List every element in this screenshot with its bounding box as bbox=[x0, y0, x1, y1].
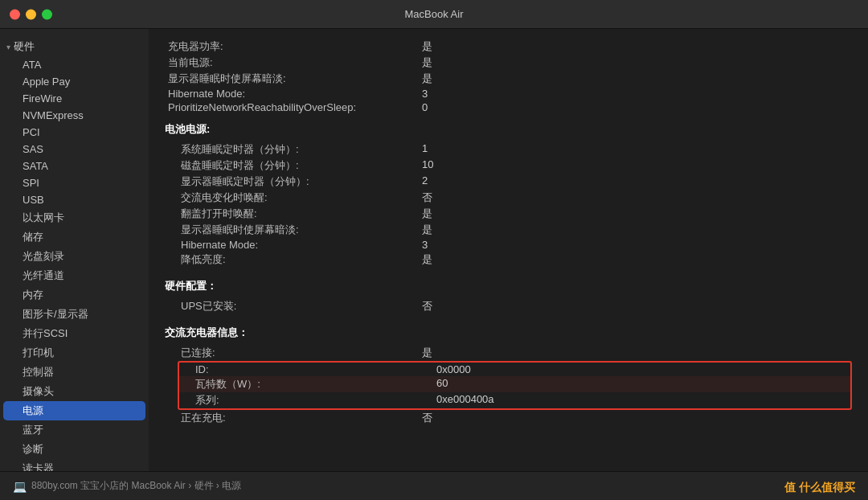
top-info-table: 充电器功率:是当前电源:是显示器睡眠时使屏幕暗淡:是Hibernate Mode… bbox=[165, 39, 852, 114]
sidebar-item-光纤通道[interactable]: 光纤通道 bbox=[3, 266, 145, 285]
sidebar-item-并行SCSI[interactable]: 并行SCSI bbox=[3, 324, 145, 343]
row-label: Hibernate Mode: bbox=[165, 239, 422, 251]
sidebar-item-USB[interactable]: USB bbox=[3, 191, 145, 208]
sidebar-item-诊断[interactable]: 诊断 bbox=[3, 440, 145, 459]
row-label: 已连接: bbox=[165, 346, 422, 360]
row-label: 降低亮度: bbox=[165, 252, 422, 267]
sidebar-item-电源[interactable]: 电源 bbox=[3, 401, 145, 420]
row-label: 显示器睡眠时使屏幕暗淡: bbox=[165, 223, 422, 237]
row-value: 3 bbox=[422, 88, 428, 100]
sidebar-item-控制器[interactable]: 控制器 bbox=[3, 363, 145, 382]
info-row: 瓦特数（W）:60 bbox=[179, 376, 850, 392]
sidebar-item-SATA[interactable]: SATA bbox=[3, 158, 145, 174]
sidebar: ▾ 硬件 ATAApple PayFireWireNVMExpressPCISA… bbox=[0, 29, 149, 471]
minimize-button[interactable] bbox=[26, 9, 36, 19]
row-value: 2 bbox=[422, 174, 428, 189]
sidebar-item-蓝牙[interactable]: 蓝牙 bbox=[3, 420, 145, 440]
sidebar-item-PCI[interactable]: PCI bbox=[3, 124, 145, 141]
sidebar-item-SAS[interactable]: SAS bbox=[3, 141, 145, 158]
row-value: 否 bbox=[422, 411, 432, 425]
row-value: 60 bbox=[436, 377, 448, 391]
row-value: 是 bbox=[422, 39, 432, 54]
close-button[interactable] bbox=[10, 9, 20, 19]
sidebar-item-NVMExpress[interactable]: NVMExpress bbox=[3, 107, 145, 124]
info-row: UPS已安装:否 bbox=[165, 298, 852, 314]
info-row: Hibernate Mode:3 bbox=[165, 87, 852, 100]
row-value: 是 bbox=[422, 207, 432, 221]
titlebar: MacBook Air bbox=[0, 0, 868, 29]
info-row: 交流电变化时唤醒:否 bbox=[165, 190, 852, 206]
sidebar-item-内存[interactable]: 内存 bbox=[3, 285, 145, 305]
info-row: 充电器功率:是 bbox=[165, 39, 852, 55]
highlighted-box: ID:0x0000瓦特数（W）:60系列:0xe000400a bbox=[178, 361, 852, 410]
row-label: 显示器睡眠定时器（分钟）: bbox=[165, 174, 422, 189]
info-row: 显示器睡眠时使屏幕暗淡:是 bbox=[165, 71, 852, 87]
watermark: 值 什么值得买 bbox=[784, 481, 855, 495]
hw-config-table: UPS已安装:否 bbox=[165, 298, 852, 314]
main-layout: ▾ 硬件 ATAApple PayFireWireNVMExpressPCISA… bbox=[0, 29, 868, 471]
sidebar-item-光盘刻录[interactable]: 光盘刻录 bbox=[3, 247, 145, 266]
row-value: 0xe000400a bbox=[436, 393, 494, 408]
row-value: 1 bbox=[422, 142, 428, 157]
sidebar-item-摄像头[interactable]: 摄像头 bbox=[3, 382, 145, 401]
info-row: ID:0x0000 bbox=[179, 363, 850, 376]
chevron-down-icon: ▾ bbox=[6, 43, 10, 51]
hardware-section: ▾ 硬件 ATAApple PayFireWireNVMExpressPCISA… bbox=[0, 35, 149, 471]
row-value: 是 bbox=[422, 252, 432, 267]
row-value: 是 bbox=[422, 55, 432, 70]
hardware-group-header[interactable]: ▾ 硬件 bbox=[0, 37, 149, 56]
row-value: 0 bbox=[422, 101, 428, 113]
info-row: 当前电源:是 bbox=[165, 55, 852, 71]
row-label: 正在充电: bbox=[165, 411, 422, 425]
row-value: 是 bbox=[422, 346, 432, 360]
row-label: ID: bbox=[179, 363, 436, 375]
battery-section-header: 电池电源: bbox=[165, 122, 852, 137]
info-row: 系列:0xe000400a bbox=[179, 392, 850, 408]
row-value: 10 bbox=[422, 158, 433, 173]
row-value: 是 bbox=[422, 223, 432, 237]
breadcrumb-text: 880by.com 宝宝小店的 MacBook Air › 硬件 › 电源 bbox=[31, 479, 241, 493]
info-row: PrioritizeNetworkReachabilityOverSleep:0 bbox=[165, 100, 852, 114]
row-value: 否 bbox=[422, 299, 432, 314]
sidebar-item-打印机[interactable]: 打印机 bbox=[3, 343, 145, 363]
row-label: 显示器睡眠时使屏幕暗淡: bbox=[165, 72, 422, 86]
info-row: 显示器睡眠定时器（分钟）:2 bbox=[165, 174, 852, 190]
info-row: 磁盘睡眠定时器（分钟）:10 bbox=[165, 158, 852, 174]
sidebar-item-FireWire[interactable]: FireWire bbox=[3, 90, 145, 107]
content-area: 充电器功率:是当前电源:是显示器睡眠时使屏幕暗淡:是Hibernate Mode… bbox=[149, 29, 868, 471]
sidebar-item-SPI[interactable]: SPI bbox=[3, 174, 145, 191]
info-row: 显示器睡眠时使屏幕暗淡:是 bbox=[165, 222, 852, 238]
ac-charger-table: 已连接:是ID:0x0000瓦特数（W）:60系列:0xe000400a正在充电… bbox=[165, 345, 852, 426]
hardware-items-list: ATAApple PayFireWireNVMExpressPCISASSATA… bbox=[0, 56, 149, 471]
info-row: 翻盖打开时唤醒:是 bbox=[165, 206, 852, 222]
info-row: Hibernate Mode:3 bbox=[165, 238, 852, 252]
row-label: 翻盖打开时唤醒: bbox=[165, 207, 422, 221]
row-label: UPS已安装: bbox=[165, 299, 422, 314]
row-label: 磁盘睡眠定时器（分钟）: bbox=[165, 158, 422, 173]
sidebar-item-图形卡/显示器[interactable]: 图形卡/显示器 bbox=[3, 305, 145, 324]
row-value: 3 bbox=[422, 239, 428, 251]
info-row: 正在充电:否 bbox=[165, 410, 852, 426]
battery-info-table: 系统睡眠定时器（分钟）:1磁盘睡眠定时器（分钟）:10显示器睡眠定时器（分钟）:… bbox=[165, 141, 852, 268]
info-row: 已连接:是 bbox=[165, 345, 852, 361]
sidebar-item-以太网卡[interactable]: 以太网卡 bbox=[3, 208, 145, 227]
sidebar-item-Apple Pay[interactable]: Apple Pay bbox=[3, 73, 145, 90]
row-value: 0x0000 bbox=[436, 363, 471, 375]
sidebar-item-读卡器[interactable]: 读卡器 bbox=[3, 459, 145, 471]
sidebar-item-ATA[interactable]: ATA bbox=[3, 56, 145, 73]
sidebar-item-储存[interactable]: 储存 bbox=[3, 227, 145, 247]
ac-charger-header: 交流充电器信息： bbox=[165, 326, 852, 340]
row-label: Hibernate Mode: bbox=[165, 88, 422, 100]
traffic-lights bbox=[10, 9, 52, 19]
bottom-bar: 💻 880by.com 宝宝小店的 MacBook Air › 硬件 › 电源 … bbox=[0, 471, 868, 500]
row-value: 是 bbox=[422, 72, 432, 86]
row-label: 系统睡眠定时器（分钟）: bbox=[165, 142, 422, 157]
row-label: 瓦特数（W）: bbox=[179, 377, 436, 391]
mac-icon: 💻 bbox=[13, 480, 27, 493]
row-label: 系列: bbox=[179, 393, 436, 408]
row-label: 当前电源: bbox=[165, 55, 422, 70]
window-title: MacBook Air bbox=[405, 8, 464, 20]
row-value: 否 bbox=[422, 191, 432, 205]
hardware-config-header: 硬件配置： bbox=[165, 279, 852, 293]
maximize-button[interactable] bbox=[42, 9, 52, 19]
